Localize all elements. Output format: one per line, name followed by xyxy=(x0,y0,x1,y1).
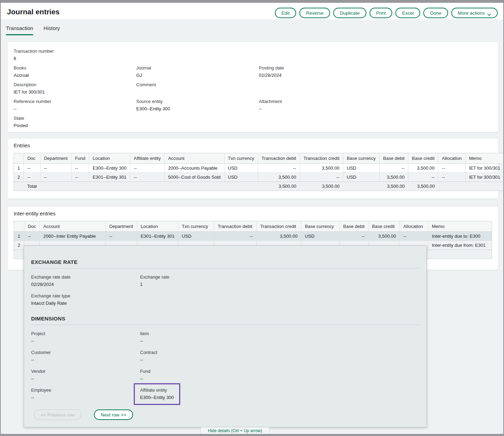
field-transaction-number: Transaction number 6 xyxy=(14,49,136,62)
field-employee: Employee -- xyxy=(31,387,140,405)
inter-entity-section-title: Inter-entity entries xyxy=(14,210,492,216)
column-header: Fund xyxy=(71,153,89,164)
column-header: Affiliate entity xyxy=(130,153,165,164)
column-header: Allocation xyxy=(438,153,465,164)
table-cell: 3,500.00 xyxy=(379,182,408,191)
table-cell: 1 xyxy=(14,232,24,241)
table-cell: -- xyxy=(24,164,40,173)
table-cell: USD xyxy=(178,232,214,241)
edit-button[interactable]: Edit xyxy=(275,8,296,18)
table-cell: 3,500.00 xyxy=(258,182,300,191)
table-cell: 3,500.00 xyxy=(300,182,343,191)
field-item: Item -- xyxy=(140,331,419,344)
field-reference-number: Reference number -- xyxy=(14,99,136,112)
table-cell xyxy=(165,182,224,191)
table-cell: -- xyxy=(400,232,428,241)
excel-button[interactable]: Excel xyxy=(395,8,420,18)
table-cell: 2 xyxy=(14,173,24,182)
table-row[interactable]: 1------E300--Entity 300--2000--Accounts … xyxy=(14,164,504,173)
column-header: Location xyxy=(137,221,178,232)
table-cell xyxy=(438,182,465,191)
column-header xyxy=(14,221,24,232)
hide-details-tab[interactable]: Hide details (Ctrl + Up arrow) xyxy=(200,427,270,435)
transaction-summary-card: Transaction number 6 Books Accrual Journ… xyxy=(7,41,499,133)
table-cell: -- xyxy=(379,164,408,173)
field-exchange-rate-date: Exchange rate date 02/28/2024 xyxy=(31,274,140,288)
table-cell: -- xyxy=(105,232,137,241)
table-cell: 2000--Accounts Payable xyxy=(165,164,224,173)
table-cell: -- xyxy=(438,164,465,173)
table-row[interactable]: 2------E301--Entity 301--5000--Cost of G… xyxy=(14,173,504,182)
affiliate-entity-highlight-box: Affiliate entity E300--Entity 300 xyxy=(134,383,180,405)
table-header-row: DocAccountDepartmentLocationTxn currency… xyxy=(14,221,492,232)
table-cell: 1 xyxy=(14,164,24,173)
field-affiliate-entity: Affiliate entity E300--Entity 300 xyxy=(140,387,419,405)
column-header: Account xyxy=(165,153,224,164)
table-cell: -- xyxy=(71,173,89,182)
exchange-rate-heading: EXCHANGE RATE xyxy=(31,259,419,268)
field-contract: Contract -- xyxy=(140,350,419,363)
next-row-button[interactable]: Next row >> xyxy=(94,409,133,420)
column-header: Department xyxy=(105,221,137,232)
window-top-edge xyxy=(0,0,504,3)
table-cell: Inter-entity due from: E301 xyxy=(428,241,492,250)
table-cell xyxy=(465,182,504,191)
column-header: Transaction debit xyxy=(258,153,300,164)
row-navigation: << Previous row Next row >> xyxy=(34,409,133,420)
field-comment: Comment xyxy=(136,82,259,95)
column-header xyxy=(14,153,24,164)
table-cell: IET for 300/301 xyxy=(465,173,504,182)
tab-history[interactable]: History xyxy=(44,25,60,35)
table-cell: Inter-entity due to: E300 xyxy=(428,232,492,241)
table-cell: 3,500.00 xyxy=(257,232,301,241)
table-cell: E301--Entity 301 xyxy=(89,173,130,182)
entries-table: DocDepartmentFundLocationAffiliate entit… xyxy=(14,153,504,191)
table-cell: 3,500.00 xyxy=(368,232,400,241)
column-header: Transaction debit xyxy=(214,221,257,232)
table-row[interactable]: 1--2060--Inter Entity Payable--E301--Ent… xyxy=(14,232,492,241)
field-exchange-rate-type: Exchange rate type Intacct Daily Rate xyxy=(31,293,140,306)
table-cell: USD xyxy=(224,164,258,173)
column-header: Memo xyxy=(428,221,492,232)
table-cell xyxy=(71,182,89,191)
table-cell: -- xyxy=(258,164,300,173)
column-header: Transaction credit xyxy=(257,221,301,232)
previous-row-button[interactable]: << Previous row xyxy=(34,409,81,420)
table-cell xyxy=(40,182,71,191)
column-header: Transaction credit xyxy=(300,153,343,164)
field-books: Books Accrual xyxy=(14,65,136,79)
column-header: Doc xyxy=(24,153,40,164)
table-cell: 3,500.00 xyxy=(379,173,408,182)
column-header: Account xyxy=(40,221,106,232)
journal-entries-page: Journal entries Edit Reverse Duplicate P… xyxy=(0,0,504,436)
column-header: Base currency xyxy=(343,153,379,164)
table-cell: 3,500.00 xyxy=(408,164,438,173)
table-cell: -- xyxy=(438,173,465,182)
column-header: Base debit xyxy=(339,221,368,232)
table-cell: E300--Entity 300 xyxy=(89,164,130,173)
reverse-button[interactable]: Reverse xyxy=(299,8,330,18)
done-button[interactable]: Done xyxy=(423,8,448,18)
print-button[interactable]: Print xyxy=(370,8,393,18)
table-cell: -- xyxy=(40,173,71,182)
table-cell: USD xyxy=(343,164,379,173)
duplicate-button[interactable]: Duplicate xyxy=(333,8,366,18)
more-actions-button[interactable]: More actions xyxy=(451,8,498,18)
table-cell xyxy=(428,250,492,259)
table-cell: -- xyxy=(408,173,438,182)
table-cell xyxy=(224,182,258,191)
column-header: Base currency xyxy=(301,221,339,232)
field-source-entity: Source entity E300--Entity 300 xyxy=(136,99,259,112)
field-posting-date: Posting date 02/28/2024 xyxy=(259,65,492,79)
column-header: Base credit xyxy=(408,153,438,164)
page-title: Journal entries xyxy=(7,8,60,16)
field-attachment: Attachment -- xyxy=(259,99,492,112)
tab-transaction[interactable]: Transaction xyxy=(6,25,33,35)
table-cell xyxy=(343,182,379,191)
field-vendor: Vendor -- xyxy=(31,369,140,382)
table-cell xyxy=(130,182,165,191)
column-header: Txn currency xyxy=(178,221,214,232)
table-total-row: Total3,500.003,500.003,500.003,500.00 xyxy=(14,182,504,191)
field-description: Description IET for 300/301 xyxy=(14,82,136,95)
column-header: Department xyxy=(40,153,71,164)
